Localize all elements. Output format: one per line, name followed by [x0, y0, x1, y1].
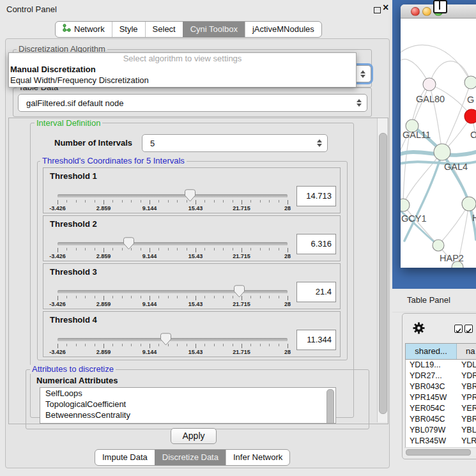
threshold-value-field[interactable]: 14.713 [296, 186, 336, 206]
network-node-h[interactable] [462, 197, 476, 211]
tick-mark [204, 248, 205, 250]
tick-mark [158, 344, 159, 346]
list-item[interactable]: TopologicalCoefficient [40, 399, 335, 410]
horizontal-scrollbar-thumb[interactable] [406, 449, 471, 456]
column-header-shared-name[interactable]: shared... [406, 344, 457, 359]
slider-track[interactable] [58, 338, 288, 341]
slider-tick-marks [58, 200, 288, 205]
table-row[interactable]: YPR145WYPR1 [406, 392, 476, 403]
network-canvas[interactable]: GAL80GCGAL11GAL4GCY1HHAP2 [401, 19, 476, 268]
table-row[interactable]: YBR043CYBR0 [406, 381, 476, 392]
threshold-value-field[interactable]: 21.4 [296, 282, 336, 302]
network-edge[interactable] [404, 152, 442, 241]
tick-mark [260, 200, 261, 203]
tick-mark [85, 296, 86, 298]
vertical-scrollbar-thumb[interactable] [379, 133, 387, 414]
dropdown-option-equal-width-frequency-discretization[interactable]: Equal Width/Frequency Discretization [9, 75, 356, 86]
tick-mark [214, 200, 215, 203]
tab-style[interactable]: Style [112, 22, 145, 37]
columns-icon[interactable] [433, 0, 447, 13]
tab-discretize-data[interactable]: Discretize Data [155, 450, 226, 465]
bottom-tab-bar: Impute DataDiscretize DataInfer Network [95, 449, 290, 466]
tick-label: 9.144 [142, 253, 157, 259]
tick-mark [223, 248, 224, 250]
vertical-scrollbar[interactable] [377, 118, 387, 422]
tab-select[interactable]: Select [145, 22, 183, 37]
tick-mark [177, 296, 178, 298]
tab-jactivemnodules[interactable]: jActiveMNodules [245, 22, 321, 37]
threshold-value-field[interactable]: 6.316 [296, 234, 336, 254]
table-data-combobox[interactable]: galFiltered.sif default node [18, 94, 367, 112]
list-item[interactable]: BetweennessCentrality [40, 410, 335, 420]
threshold-panel: Threshold 2-3.4262.8599.14415.4321.71528… [43, 215, 341, 261]
network-edge[interactable] [403, 152, 442, 205]
tick-mark [177, 200, 178, 203]
tick-label: 9.144 [142, 205, 157, 211]
network-edge[interactable] [412, 84, 429, 126]
network-edge[interactable] [472, 116, 476, 180]
tick-mark [214, 296, 215, 298]
network-node-gal4[interactable] [434, 144, 450, 160]
network-node-g[interactable] [464, 76, 476, 89]
tick-label: 2.859 [96, 205, 111, 211]
network-edge[interactable] [403, 205, 438, 245]
tick-label: 15.43 [188, 253, 203, 259]
slider-track[interactable] [58, 194, 288, 197]
table-row[interactable]: YBL079WYBL0 [406, 425, 476, 436]
network-edge[interactable] [401, 45, 471, 82]
slider-track[interactable] [58, 290, 288, 293]
threshold-value-field[interactable]: 11.344 [296, 330, 336, 350]
close-icon[interactable]: × [383, 2, 388, 13]
numerical-attributes-list[interactable]: SelfLoopsTopologicalCoefficientBetweenne… [40, 387, 336, 424]
tab-infer-network[interactable]: Infer Network [226, 450, 289, 465]
tick-mark [158, 248, 159, 250]
table-row[interactable]: YER054CYER0 [406, 403, 476, 414]
network-node-gal80[interactable] [423, 78, 436, 91]
dropdown-placeholder-item[interactable]: Select algorithm to view settings [9, 53, 356, 64]
slider-thumb[interactable] [160, 333, 171, 346]
tick-mark [177, 344, 178, 346]
slider-thumb[interactable] [185, 189, 196, 202]
list-scrollbar-thumb[interactable] [326, 389, 334, 424]
slider-track[interactable] [58, 242, 288, 245]
slider-thumb[interactable] [234, 285, 245, 298]
tick-mark [260, 296, 261, 298]
tab-network[interactable]: Network [56, 22, 112, 37]
table-cell: YBL079W [406, 425, 457, 436]
tick-label: -3.426 [49, 253, 66, 259]
tick-mark [233, 344, 233, 346]
tick-mark [269, 344, 270, 346]
table-row[interactable]: YBR045CYBR0 [406, 414, 476, 425]
table-row[interactable]: YLR345WYLR3 [406, 436, 476, 447]
network-node-c[interactable] [464, 109, 476, 123]
tick-mark [122, 344, 123, 346]
network-node-gcy1[interactable] [401, 199, 410, 211]
gear-icon[interactable] [413, 322, 425, 334]
tab-label: Infer Network [233, 450, 282, 465]
dropdown-option-manual-discretization[interactable]: Manual Discretization [9, 64, 356, 75]
table-row[interactable]: YDL19...YDL1 [406, 360, 476, 371]
number-of-intervals-spinner[interactable]: 5 [142, 134, 328, 152]
minimize-traffic-light[interactable] [422, 7, 431, 16]
tab-cyni-toolbox[interactable]: Cyni Toolbox [183, 22, 245, 37]
screen: Control Panel × NetworkStyleSelectCyni T… [0, 0, 476, 476]
tick-mark [158, 200, 159, 203]
checkbox-checked-icon[interactable] [454, 325, 463, 333]
network-edge[interactable] [438, 204, 469, 245]
table-row[interactable]: YDR27...YDR2 [406, 371, 476, 381]
number-of-intervals-value: 5 [142, 139, 317, 148]
tick-label: -3.426 [49, 301, 66, 307]
tick-label: -3.426 [49, 205, 66, 211]
tab-impute-data[interactable]: Impute Data [95, 450, 155, 465]
tick-mark [158, 296, 159, 298]
list-item[interactable]: SelfLoops [40, 388, 335, 399]
close-traffic-light[interactable] [411, 7, 420, 16]
checkbox-checked-icon[interactable] [464, 325, 473, 333]
network-node-hap2[interactable] [433, 240, 444, 251]
column-header-name[interactable]: na [457, 344, 476, 359]
tick-mark [223, 344, 224, 346]
horizontal-scrollbar[interactable] [404, 447, 476, 456]
float-window-icon[interactable] [374, 7, 381, 13]
slider-thumb[interactable] [123, 237, 134, 250]
apply-button[interactable]: Apply [171, 428, 217, 444]
